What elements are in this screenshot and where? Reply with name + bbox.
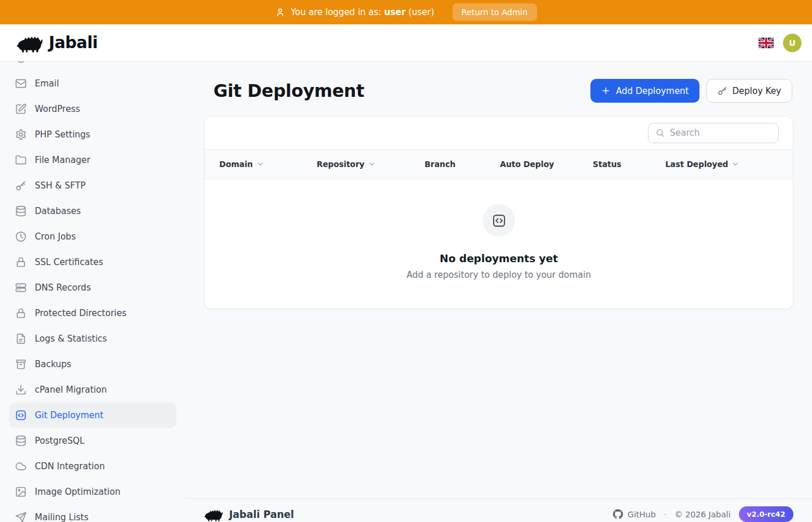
column-label: Last Deployed bbox=[665, 160, 728, 169]
cloud-icon bbox=[15, 461, 27, 472]
deployments-card: DomainRepositoryBranchAuto DeployStatusL… bbox=[204, 116, 793, 309]
sidebar-item-label: Logs & Statistics bbox=[35, 334, 107, 344]
sidebar-item-label: WordPress bbox=[35, 104, 80, 114]
database-icon bbox=[15, 205, 27, 217]
sidebar-item-hidden[interactable] bbox=[9, 61, 176, 71]
return-to-admin-button[interactable]: Return to Admin bbox=[452, 3, 537, 21]
boar-logo-icon bbox=[204, 507, 223, 522]
language-flag-uk-icon[interactable] bbox=[759, 38, 774, 48]
column-header-branch: Branch bbox=[425, 160, 500, 169]
sidebar-item-email[interactable]: Email bbox=[9, 71, 176, 96]
sidebar-item-image-optimization[interactable]: Image Optimization bbox=[9, 479, 176, 505]
image-icon bbox=[15, 486, 27, 498]
search-input[interactable] bbox=[670, 128, 771, 138]
github-link[interactable]: GitHub bbox=[613, 509, 656, 519]
sidebar-item-cpanel-migration[interactable]: cPanel Migration bbox=[9, 377, 176, 403]
sidebar-item-cdn-integration[interactable]: CDN Integration bbox=[9, 454, 176, 479]
sidebar-item-label: PostgreSQL bbox=[35, 436, 85, 446]
version-badge: v2.0-rc42 bbox=[739, 506, 793, 522]
footer-brand-name: Jabali Panel bbox=[229, 509, 294, 520]
column-label: Domain bbox=[219, 160, 253, 169]
sidebar-item-databases[interactable]: Databases bbox=[9, 198, 176, 224]
gear-icon bbox=[15, 129, 27, 140]
key-icon bbox=[15, 180, 27, 191]
footer-copyright: © 2026 Jabali bbox=[675, 510, 730, 519]
impersonation-banner: You are logged in as: user (user) Return… bbox=[0, 0, 812, 24]
plus-icon bbox=[601, 86, 611, 96]
column-header-repository[interactable]: Repository bbox=[317, 160, 425, 169]
sidebar-item-label: CDN Integration bbox=[35, 461, 105, 472]
clock-icon bbox=[15, 231, 27, 242]
key-icon bbox=[717, 86, 727, 96]
user-avatar[interactable]: U bbox=[783, 34, 802, 52]
column-label: Repository bbox=[317, 160, 364, 169]
edit-icon bbox=[15, 103, 27, 115]
boar-logo-icon bbox=[16, 32, 43, 53]
sidebar-item-git-deployment[interactable]: Git Deployment bbox=[9, 403, 176, 428]
column-label: Status bbox=[593, 160, 621, 169]
sidebar-item-wordpress[interactable]: WordPress bbox=[9, 96, 176, 122]
sidebar-item-php-settings[interactable]: PHP Settings bbox=[9, 122, 176, 147]
column-header-status: Status bbox=[593, 160, 665, 169]
sidebar-item-label: Cron Jobs bbox=[35, 231, 76, 242]
folder-icon bbox=[15, 154, 27, 166]
column-label: Branch bbox=[425, 160, 455, 169]
main-content: Git Deployment Add Deployment Deploy Key bbox=[186, 61, 812, 522]
archive-icon bbox=[15, 358, 27, 370]
send-icon bbox=[15, 512, 27, 522]
sidebar-item-label: Mailing Lists bbox=[35, 512, 88, 522]
chevron-down-icon bbox=[368, 160, 376, 168]
github-icon bbox=[613, 509, 623, 519]
sidebar-item-label: cPanel Migration bbox=[35, 385, 107, 395]
sidebar-item-label: SSL Certificates bbox=[35, 257, 103, 267]
sidebar-item-label: Databases bbox=[35, 206, 81, 216]
sidebar-item-label: File Manager bbox=[35, 155, 90, 165]
column-header-domain[interactable]: Domain bbox=[219, 160, 317, 169]
server-icon bbox=[15, 282, 27, 293]
mail-icon bbox=[15, 78, 27, 89]
brand-logo[interactable]: Jabali bbox=[16, 32, 97, 53]
download-icon bbox=[15, 384, 27, 396]
table-header-row: DomainRepositoryBranchAuto DeployStatusL… bbox=[205, 149, 793, 179]
sidebar-item-label: Backups bbox=[35, 359, 71, 369]
code-badge bbox=[483, 204, 515, 237]
sidebar-item-label: Email bbox=[35, 78, 59, 89]
empty-state: No deployments yet Add a repository to d… bbox=[205, 179, 793, 309]
sidebar-item-backups[interactable]: Backups bbox=[9, 351, 176, 377]
database-icon bbox=[15, 435, 27, 447]
login-username: user bbox=[384, 7, 405, 17]
sidebar-item-cron-jobs[interactable]: Cron Jobs bbox=[9, 224, 176, 249]
sidebar-item-postgresql[interactable]: PostgreSQL bbox=[9, 428, 176, 454]
lock-icon bbox=[15, 307, 27, 319]
column-label: Auto Deploy bbox=[500, 160, 554, 169]
sidebar-item-logs-statistics[interactable]: Logs & Statistics bbox=[9, 326, 176, 351]
partial-icon bbox=[15, 61, 27, 64]
sidebar-item-mailing-lists[interactable]: Mailing Lists bbox=[9, 505, 176, 522]
file-text-icon bbox=[15, 333, 27, 345]
code-icon bbox=[15, 409, 27, 421]
chevron-down-icon bbox=[256, 160, 264, 168]
sidebar-item-label: DNS Records bbox=[35, 282, 91, 293]
sidebar-item-ssh-sftp[interactable]: SSH & SFTP bbox=[9, 173, 176, 198]
empty-state-subtitle: Add a repository to deploy to your domai… bbox=[407, 270, 591, 280]
sidebar-item-dns-records[interactable]: DNS Records bbox=[9, 275, 176, 300]
column-header-auto-deploy: Auto Deploy bbox=[500, 160, 593, 169]
sidebar-item-label: SSH & SFTP bbox=[35, 180, 86, 191]
page-title: Git Deployment bbox=[213, 81, 364, 101]
code-icon bbox=[492, 213, 506, 228]
sidebar-item-ssl-certificates[interactable]: SSL Certificates bbox=[9, 249, 176, 275]
search-icon bbox=[655, 128, 665, 137]
empty-state-title: No deployments yet bbox=[440, 252, 558, 264]
sidebar-item-protected-directories[interactable]: Protected Directories bbox=[9, 300, 176, 326]
deploy-key-button[interactable]: Deploy Key bbox=[706, 79, 793, 103]
sidebar-nav: EmailWordPressPHP SettingsFile ManagerSS… bbox=[0, 61, 186, 522]
login-role: (user) bbox=[408, 7, 434, 17]
sidebar-item-file-manager[interactable]: File Manager bbox=[9, 147, 176, 173]
add-deployment-button[interactable]: Add Deployment bbox=[590, 79, 699, 103]
sidebar-item-label: Git Deployment bbox=[35, 410, 103, 420]
column-header-last-deployed[interactable]: Last Deployed bbox=[665, 160, 740, 169]
footer-separator: · bbox=[664, 510, 666, 519]
footer-brand: Jabali Panel bbox=[204, 507, 294, 522]
brand-name: Jabali bbox=[49, 33, 97, 52]
sidebar-item-label: PHP Settings bbox=[35, 129, 90, 140]
